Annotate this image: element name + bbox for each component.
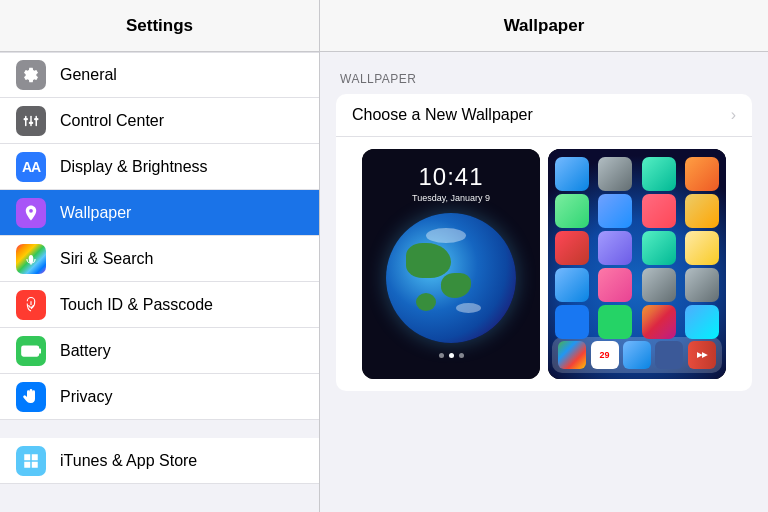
settings-title: Settings <box>126 16 193 36</box>
svg-rect-4 <box>29 121 34 123</box>
wallpaper-previews: 10:41 Tuesday, January 9 <box>336 137 752 391</box>
sidebar-item-control-center[interactable]: Control Center <box>0 98 319 144</box>
wallpaper-card: Choose a New Wallpaper › 10:41 Tuesday, … <box>336 94 752 391</box>
lock-time: 10:41 <box>418 163 483 191</box>
sidebar-item-privacy[interactable]: Privacy <box>0 374 319 420</box>
earth-graphic <box>386 213 516 343</box>
fingerprint-icon <box>16 290 46 320</box>
home-app-icon <box>598 157 632 191</box>
home-icons-grid <box>548 149 726 343</box>
gear-icon <box>16 60 46 90</box>
dock-app-facebook <box>655 341 683 369</box>
dock-app-chrome <box>558 341 586 369</box>
home-app-icon <box>598 268 632 302</box>
home-app-icon <box>685 305 719 339</box>
right-panel: WALLPAPER Choose a New Wallpaper › 10:41… <box>320 52 768 512</box>
header: Settings Wallpaper <box>0 0 768 52</box>
svg-rect-2 <box>36 115 38 126</box>
home-app-icon <box>555 305 589 339</box>
wallpaper-icon <box>16 198 46 228</box>
touch-id-label: Touch ID & Passcode <box>60 296 213 314</box>
dock-app-files <box>623 341 651 369</box>
main-content: General Control Center AA Display & Brig… <box>0 52 768 512</box>
dot-active <box>449 353 454 358</box>
sidebar-item-battery[interactable]: Battery <box>0 328 319 374</box>
display-icon: AA <box>16 152 46 182</box>
sidebar-separator <box>0 420 319 438</box>
dock-app-calendar: 29 <box>591 341 619 369</box>
display-brightness-label: Display & Brightness <box>60 158 208 176</box>
svg-rect-9 <box>39 348 42 353</box>
siri-search-label: Siri & Search <box>60 250 153 268</box>
sidebar-item-itunes[interactable]: iTunes & App Store <box>0 438 319 484</box>
general-label: General <box>60 66 117 84</box>
home-app-icon <box>642 268 676 302</box>
chevron-right-icon: › <box>731 106 736 124</box>
header-right: Wallpaper <box>320 0 768 51</box>
header-left: Settings <box>0 0 320 51</box>
sidebar-item-touch-id[interactable]: Touch ID & Passcode <box>0 282 319 328</box>
choose-wallpaper-row[interactable]: Choose a New Wallpaper › <box>336 94 752 137</box>
lock-date: Tuesday, January 9 <box>412 193 490 203</box>
sidebar-item-display-brightness[interactable]: AA Display & Brightness <box>0 144 319 190</box>
hand-icon <box>16 382 46 412</box>
dock-app-bar: ▶▶ <box>688 341 716 369</box>
siri-icon <box>16 244 46 274</box>
lockscreen-preview[interactable]: 10:41 Tuesday, January 9 <box>362 149 540 379</box>
home-app-icon <box>642 157 676 191</box>
svg-rect-8 <box>22 346 39 356</box>
sliders-icon <box>16 106 46 136</box>
sidebar: General Control Center AA Display & Brig… <box>0 52 320 512</box>
section-label: WALLPAPER <box>336 72 752 86</box>
svg-rect-3 <box>24 118 29 120</box>
appstore-icon <box>16 446 46 476</box>
svg-rect-0 <box>25 115 27 126</box>
svg-rect-5 <box>34 118 39 120</box>
svg-rect-1 <box>30 115 32 126</box>
dot <box>439 353 444 358</box>
home-app-icon <box>642 231 676 265</box>
home-app-icon <box>598 231 632 265</box>
wallpaper-label: Wallpaper <box>60 204 131 222</box>
home-app-icon <box>555 157 589 191</box>
home-app-icon <box>685 231 719 265</box>
sidebar-item-wallpaper[interactable]: Wallpaper <box>0 190 319 236</box>
privacy-label: Privacy <box>60 388 112 406</box>
home-app-icon <box>555 194 589 228</box>
home-app-icon <box>555 231 589 265</box>
wallpaper-title: Wallpaper <box>504 16 585 36</box>
battery-label: Battery <box>60 342 111 360</box>
homescreen-preview[interactable]: 29 ▶▶ <box>548 149 726 379</box>
svg-point-6 <box>29 254 34 262</box>
dot <box>459 353 464 358</box>
home-app-icon <box>685 268 719 302</box>
home-app-icon <box>685 157 719 191</box>
home-app-icon <box>642 305 676 339</box>
home-app-icon <box>598 194 632 228</box>
itunes-label: iTunes & App Store <box>60 452 197 470</box>
home-app-icon <box>642 194 676 228</box>
control-center-label: Control Center <box>60 112 164 130</box>
choose-wallpaper-text: Choose a New Wallpaper <box>352 106 533 124</box>
home-app-icon <box>598 305 632 339</box>
home-app-icon <box>555 268 589 302</box>
battery-icon <box>16 336 46 366</box>
lock-dots <box>439 353 464 358</box>
sidebar-item-siri-search[interactable]: Siri & Search <box>0 236 319 282</box>
sidebar-item-general[interactable]: General <box>0 52 319 98</box>
home-app-icon <box>685 194 719 228</box>
